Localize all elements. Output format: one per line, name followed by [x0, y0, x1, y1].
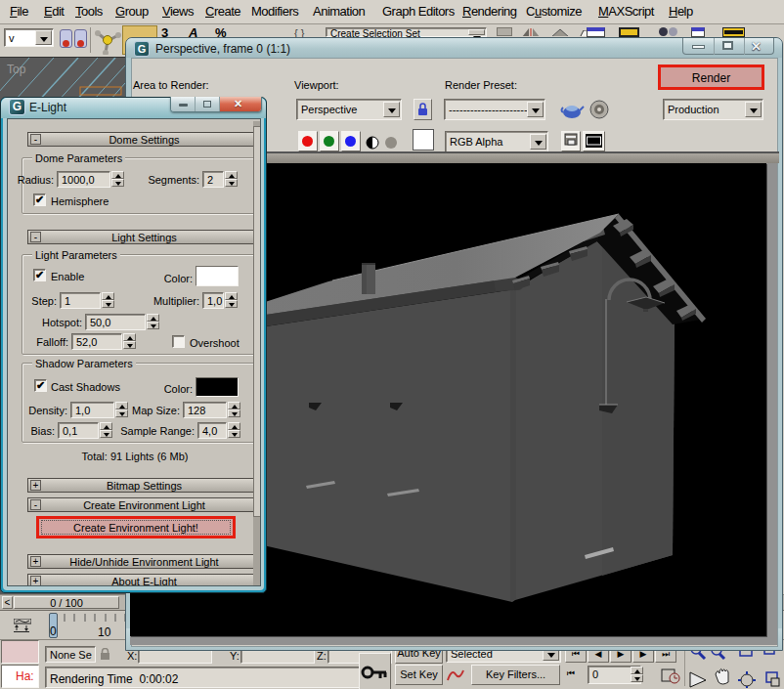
- svg-text:10: 10: [98, 625, 111, 639]
